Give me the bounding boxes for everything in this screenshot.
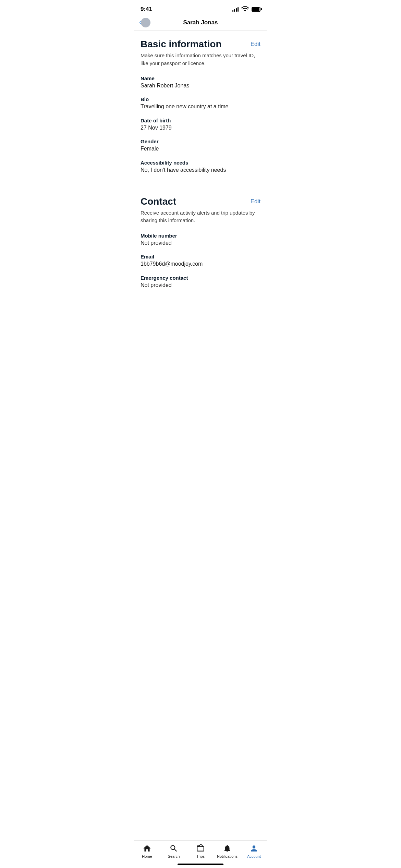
back-button[interactable]: ‹ [139,18,150,27]
contact-edit-button[interactable]: Edit [251,196,260,205]
battery-icon [252,7,260,12]
field-accessibility: Accessibility needs No, I don't have acc… [141,160,260,174]
field-email-label: Email [141,254,260,260]
basic-info-header: Basic information Edit [141,39,260,50]
field-emergency-contact: Emergency contact Not provided [141,275,260,289]
field-email: Email 1bb79b6d@moodjoy.com [141,254,260,268]
field-accessibility-label: Accessibility needs [141,160,260,166]
field-name: Name Sarah Robert Jonas [141,75,260,89]
nav-title: Sarah Jonas [183,19,218,26]
basic-info-section: Basic information Edit Make sure this in… [141,39,260,174]
field-mobile-value: Not provided [141,239,260,247]
field-accessibility-value: No, I don't have accessibility needs [141,166,260,174]
field-mobile: Mobile number Not provided [141,233,260,247]
field-gender: Gender Female [141,138,260,153]
field-gender-value: Female [141,145,260,153]
nav-header: ‹ Sarah Jonas [134,16,267,31]
contact-header: Contact Edit [141,196,260,207]
field-dob-label: Date of birth [141,118,260,123]
contact-title: Contact [141,196,176,207]
signal-bars-icon [232,7,239,12]
field-name-label: Name [141,75,260,81]
back-avatar [141,18,150,27]
field-bio: Bio Travelling one new country at a time [141,96,260,110]
contact-section: Contact Edit Receive account activity al… [141,196,260,289]
field-email-value: 1bb79b6d@moodjoy.com [141,260,260,268]
status-icons [232,5,260,14]
field-bio-value: Travelling one new country at a time [141,103,260,110]
status-time: 9:41 [141,6,152,13]
field-name-value: Sarah Robert Jonas [141,82,260,89]
basic-info-description: Make sure this information matches your … [141,52,260,67]
contact-description: Receive account activity alerts and trip… [141,209,260,225]
field-mobile-label: Mobile number [141,233,260,239]
status-bar: 9:41 [134,0,267,16]
field-emergency-contact-value: Not provided [141,281,260,289]
field-bio-label: Bio [141,96,260,102]
basic-info-edit-button[interactable]: Edit [251,39,260,48]
wifi-icon [241,5,250,14]
field-dob-value: 27 Nov 1979 [141,124,260,132]
field-dob: Date of birth 27 Nov 1979 [141,118,260,132]
main-content: Basic information Edit Make sure this in… [134,31,267,331]
basic-info-title: Basic information [141,39,221,50]
section-divider [141,185,260,185]
field-emergency-contact-label: Emergency contact [141,275,260,281]
field-gender-label: Gender [141,138,260,144]
